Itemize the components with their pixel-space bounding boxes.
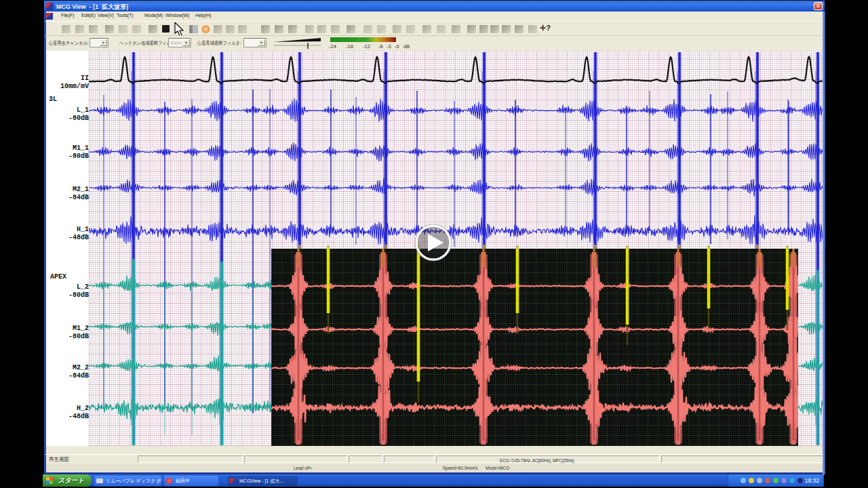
svg-text:dB: dB <box>403 43 410 49</box>
svg-text:-24: -24 <box>329 43 336 49</box>
svg-text:-3: -3 <box>387 43 391 49</box>
svg-text:-0: -0 <box>395 43 399 49</box>
svg-text:-12: -12 <box>363 43 370 49</box>
svg-text:-6: -6 <box>378 43 383 49</box>
svg-text:-18: -18 <box>346 43 353 49</box>
